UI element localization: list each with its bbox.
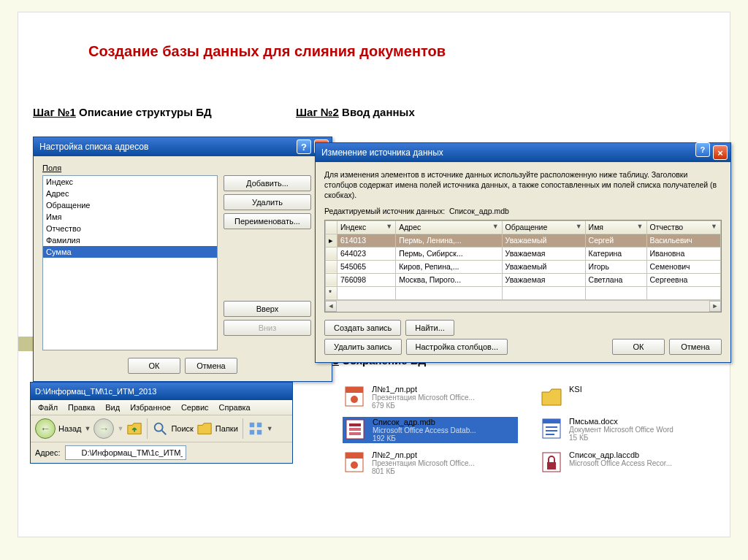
help-button[interactable]: ? <box>297 139 311 154</box>
views-icon[interactable] <box>248 421 264 437</box>
file-listing: Л№1_лп.pptПрезентация Microsoft Office..… <box>343 385 730 483</box>
cancel-button[interactable]: Отмена <box>669 339 722 355</box>
svg-line-1 <box>162 431 167 435</box>
move-down-button[interactable]: Вниз <box>224 320 311 336</box>
menu-item[interactable]: Файл <box>34 402 62 413</box>
menu-item[interactable]: Вид <box>101 402 124 413</box>
file-icon <box>343 385 366 408</box>
svg-point-0 <box>155 423 163 431</box>
step-2-heading: Шаг №2 Ввод данных <box>296 106 415 118</box>
cancel-button[interactable]: Отмена <box>185 358 237 374</box>
file-item[interactable]: Список_адр.laccdbMicrosoft Office Access… <box>540 450 715 475</box>
search-label[interactable]: Поиск <box>171 424 193 433</box>
dialog-title: Изменение источника данных <box>321 147 692 158</box>
search-icon[interactable] <box>152 421 168 437</box>
file-item[interactable]: Л№2_лп.pptПрезентация Microsoft Office..… <box>343 450 518 475</box>
back-button[interactable]: ← <box>35 418 56 439</box>
table-row[interactable]: ▸614013Пермь, Ленина,...УважаемыйСергейВ… <box>326 234 721 247</box>
svg-point-8 <box>351 396 358 403</box>
table-row[interactable]: 766098Москва, Пирого...УважаемаяСветлана… <box>326 273 721 286</box>
file-item[interactable]: Л№1_лп.pptПрезентация Microsoft Office..… <box>343 385 518 410</box>
folders-icon[interactable] <box>196 421 213 437</box>
ok-button[interactable]: ОК <box>612 339 665 355</box>
dialog-title: Настройка списка адресов <box>39 142 294 152</box>
horizontal-scrollbar[interactable]: ◄ ► <box>325 300 721 312</box>
menu-item[interactable]: Сервис <box>177 402 213 413</box>
svg-rect-11 <box>349 428 361 431</box>
rename-button[interactable]: Переименовать... <box>224 213 311 229</box>
menu-item[interactable]: Избранное <box>126 402 175 413</box>
add-button[interactable]: Добавить... <box>224 175 311 191</box>
table-row[interactable]: 644023Пермь, Сибирск...УважаемаяКатерина… <box>326 247 721 260</box>
fields-label: Поля <box>42 164 323 172</box>
file-icon <box>540 450 563 474</box>
delete-button[interactable]: Удалить <box>224 194 311 210</box>
column-header[interactable]: Индекс▼ <box>337 220 396 234</box>
scroll-right-icon[interactable]: ► <box>709 301 721 312</box>
chevron-down-icon[interactable]: ▼ <box>267 425 273 432</box>
column-header[interactable]: Обращение▼ <box>502 220 585 234</box>
address-label: Адрес: <box>35 448 61 457</box>
chevron-down-icon[interactable]: ▼ <box>117 425 123 432</box>
find-button[interactable]: Найти... <box>405 320 454 336</box>
list-item[interactable]: Сумма <box>43 246 217 258</box>
list-item[interactable]: Индекс <box>43 176 217 188</box>
svg-rect-3 <box>257 423 262 427</box>
new-record-button[interactable]: Создать запись <box>324 320 401 336</box>
svg-rect-7 <box>346 387 363 393</box>
help-button[interactable]: ? <box>695 142 710 157</box>
list-item[interactable]: Имя <box>43 211 217 223</box>
file-icon <box>343 450 366 474</box>
svg-point-20 <box>351 461 358 469</box>
window-title: D:\Информац_ТМ\1с_ИТМ_2013 <box>35 387 156 396</box>
explorer-window: D:\Информац_ТМ\1с_ИТМ_2013 ФайлПравкаВид… <box>30 382 293 464</box>
svg-rect-10 <box>349 423 361 426</box>
column-header[interactable]: Имя▼ <box>585 220 646 234</box>
address-list-dialog: Настройка списка адресов ? × Поля Индекс… <box>33 137 332 382</box>
menu-item[interactable]: Справка <box>215 402 255 413</box>
source-label: Редактируемый источник данных: Список_ад… <box>324 207 722 215</box>
list-item[interactable]: Адрес <box>43 188 217 199</box>
svg-rect-2 <box>250 423 254 427</box>
data-grid[interactable]: Индекс▼Адрес▼Обращение▼Имя▼Отчество▼▸614… <box>324 220 722 312</box>
folders-label[interactable]: Папки <box>215 424 238 433</box>
list-item[interactable]: Обращение <box>43 199 217 211</box>
svg-rect-4 <box>250 430 254 434</box>
move-up-button[interactable]: Вверх <box>224 301 311 317</box>
file-icon <box>540 417 563 440</box>
svg-rect-22 <box>547 462 556 469</box>
chevron-down-icon[interactable]: ▼ <box>85 425 91 432</box>
file-icon <box>540 385 563 408</box>
data-source-dialog: Изменение источника данных ? × Для измен… <box>315 142 731 363</box>
column-header[interactable]: Адрес▼ <box>396 220 502 234</box>
scroll-left-icon[interactable]: ◄ <box>325 301 337 312</box>
svg-rect-14 <box>543 419 560 423</box>
step-1-heading: Шаг №1 Описание структуры БД <box>33 106 212 118</box>
back-label[interactable]: Назад <box>58 424 82 433</box>
ok-button[interactable]: ОК <box>128 358 180 374</box>
file-item[interactable]: KSI <box>540 385 715 410</box>
svg-rect-19 <box>346 453 363 459</box>
delete-record-button[interactable]: Удалить запись <box>324 339 402 355</box>
close-button[interactable]: × <box>713 145 728 160</box>
up-folder-icon[interactable] <box>126 421 142 437</box>
menu-bar: ФайлПравкаВидИзбранноеСервисСправка <box>31 400 292 415</box>
list-item[interactable]: Отчество <box>43 223 217 234</box>
help-text: Для изменения элементов в источнике данн… <box>324 169 722 201</box>
svg-rect-5 <box>257 430 262 434</box>
table-row[interactable]: 545065Киров, Репина,...УважаемыйИгорьСем… <box>326 260 721 273</box>
column-header[interactable]: Отчество▼ <box>646 220 720 234</box>
columns-settings-button[interactable]: Настройка столбцов... <box>406 339 508 355</box>
page-title: Создание базы данных для слияния докумен… <box>88 43 446 60</box>
table-row[interactable]: * <box>326 286 721 299</box>
svg-rect-12 <box>349 432 361 435</box>
list-item[interactable]: Фамилия <box>43 234 217 246</box>
menu-item[interactable]: Правка <box>64 402 99 413</box>
file-item[interactable]: Список_адр.mdbMicrosoft Office Access Da… <box>343 417 518 443</box>
forward-button[interactable]: → <box>94 418 114 439</box>
fields-listbox[interactable]: ИндексАдресОбращениеИмяОтчествоФамилияСу… <box>42 175 218 350</box>
file-item[interactable]: Пмсьма.docxДокумент Microsoft Office Wor… <box>540 417 715 443</box>
address-input[interactable] <box>65 445 186 460</box>
file-icon <box>343 418 367 441</box>
